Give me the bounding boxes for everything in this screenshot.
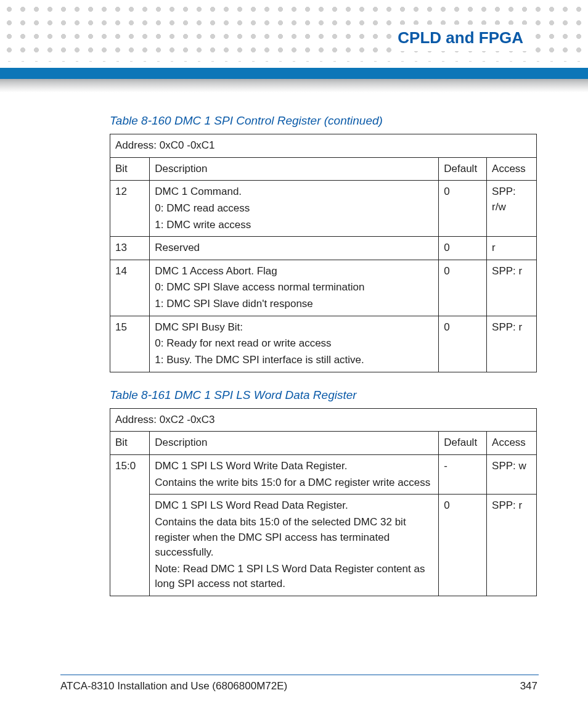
cell-access: SPP: r <box>487 316 537 372</box>
cell-desc: DMC 1 SPI LS Word Write Data Register. C… <box>150 454 439 494</box>
footer-rule <box>60 675 539 675</box>
chapter-title: CPLD and FPGA <box>391 25 529 51</box>
table-row: 15 DMC SPI Busy Bit: 0: Ready for next r… <box>110 316 537 372</box>
table-header-row: Bit Description Default Access <box>110 432 537 455</box>
table-8-161: Address: 0xC2 -0xC3 Bit Description Defa… <box>110 408 537 596</box>
table-row: 12 DMC 1 Command. 0: DMC read access 1: … <box>110 181 537 237</box>
hdr-default: Default <box>439 157 487 181</box>
cell-bit: 15:0 <box>110 454 150 596</box>
cell-desc: DMC 1 SPI LS Word Read Data Register. Co… <box>150 495 439 596</box>
cell-bit: 13 <box>110 237 150 260</box>
address-cell: Address: 0xC2 -0xC3 <box>110 408 537 432</box>
cell-default: - <box>439 454 487 494</box>
table-row: 13 Reserved 0 r <box>110 237 537 260</box>
cell-desc: DMC 1 Access Abort. Flag 0: DMC SPI Slav… <box>150 260 439 316</box>
table-row: 15:0 DMC 1 SPI LS Word Write Data Regist… <box>110 454 537 494</box>
hdr-bit: Bit <box>110 432 150 455</box>
cell-access: r <box>487 237 537 260</box>
hdr-bit: Bit <box>110 157 150 181</box>
cell-default: 0 <box>439 181 487 237</box>
cell-access: SPP: r <box>487 260 537 316</box>
hdr-default: Default <box>439 432 487 455</box>
cell-bit: 12 <box>110 181 150 237</box>
cell-default: 0 <box>439 237 487 260</box>
cell-access: SPP: r/w <box>487 181 537 237</box>
footer-page-number: 347 <box>520 680 537 692</box>
table-row: DMC 1 SPI LS Word Read Data Register. Co… <box>110 495 537 596</box>
cell-default: 0 <box>439 260 487 316</box>
cell-access: SPP: w <box>487 454 537 494</box>
table-caption-8-160: Table 8-160 DMC 1 SPI Control Register (… <box>110 114 539 128</box>
hdr-access: Access <box>487 432 537 455</box>
header-blue-bar <box>0 68 588 79</box>
cell-bit: 14 <box>110 260 150 316</box>
table-row: Address: 0xC2 -0xC3 <box>110 408 537 432</box>
address-cell: Address: 0xC0 -0xC1 <box>110 134 537 158</box>
hdr-desc: Description <box>150 432 439 455</box>
footer-doc-title: ATCA-8310 Installation and Use (6806800M… <box>60 680 287 692</box>
table-row: 14 DMC 1 Access Abort. Flag 0: DMC SPI S… <box>110 260 537 316</box>
hdr-access: Access <box>487 157 537 181</box>
cell-bit: 15 <box>110 316 150 372</box>
table-caption-8-161: Table 8-161 DMC 1 SPI LS Word Data Regis… <box>110 388 539 402</box>
cell-default: 0 <box>439 495 487 596</box>
cell-desc: DMC SPI Busy Bit: 0: Ready for next read… <box>150 316 439 372</box>
cell-desc: DMC 1 Command. 0: DMC read access 1: DMC… <box>150 181 439 237</box>
table-header-row: Bit Description Default Access <box>110 157 537 181</box>
cell-desc: Reserved <box>150 237 439 260</box>
cell-access: SPP: r <box>487 495 537 596</box>
cell-default: 0 <box>439 316 487 372</box>
header-shadow <box>0 79 588 92</box>
table-row: Address: 0xC0 -0xC1 <box>110 134 537 158</box>
table-8-160: Address: 0xC0 -0xC1 Bit Description Defa… <box>110 134 537 372</box>
hdr-desc: Description <box>150 157 439 181</box>
